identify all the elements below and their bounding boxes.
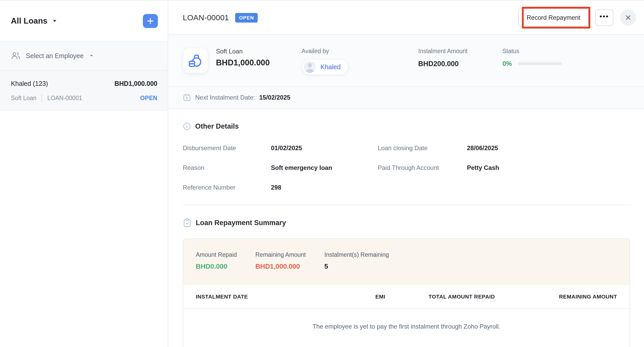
field-label: Reason — [183, 164, 271, 171]
repayment-summary-heading: Loan Repayment Summary — [183, 218, 630, 227]
instalments-table-header: INSTALMENT DATE EMI TOTAL AMOUNT REPAID … — [183, 285, 629, 309]
other-details-heading: Other Details — [183, 122, 630, 130]
column-header: REMAINING AMOUNT — [495, 294, 617, 300]
divider — [41, 94, 42, 102]
status-progress-bar — [518, 62, 562, 65]
stat-value: BHD0.000 — [196, 262, 255, 270]
chevron-down-icon — [90, 55, 93, 57]
column-header: INSTALMENT DATE — [196, 294, 322, 300]
field-label: Loan closing Date — [378, 144, 467, 152]
select-employee-label: Select an Employee — [26, 52, 83, 60]
employee-chip[interactable]: Khaled — [302, 59, 348, 75]
plus-icon — [146, 17, 155, 25]
add-loan-button[interactable] — [143, 14, 158, 28]
field-value: 298 — [271, 184, 378, 191]
stat-value: BHD1,000.000 — [255, 262, 324, 270]
next-instalment-date: 15/02/2025 — [259, 94, 290, 101]
field-value: Petty Cash — [467, 164, 630, 171]
other-details-grid: Disbursement Date 01/02/2025 Loan closin… — [183, 144, 630, 191]
availed-by-label: Availed by — [302, 48, 418, 55]
next-instalment-label: Next Instalment Date: — [195, 94, 255, 101]
loan-item-amount: BHD1,000.000 — [115, 80, 157, 87]
status-badge: OPEN — [235, 13, 258, 23]
loan-item-type: Soft Loan — [11, 95, 36, 102]
avatar — [304, 61, 316, 73]
close-icon — [625, 14, 632, 21]
section-title: Other Details — [195, 122, 239, 130]
loan-summary-hero: Soft Loan BHD1,000.000 Availed by Khaled… — [169, 35, 644, 109]
section-title: Loan Repayment Summary — [196, 219, 286, 227]
stat-value: 5 — [324, 262, 389, 270]
calendar-next-icon — [183, 93, 191, 102]
ellipsis-icon: ••• — [600, 12, 609, 20]
field-value: 28/06/2025 — [467, 144, 630, 152]
loans-sidebar: All Loans Select an Employee Khaled (123… — [0, 1, 168, 347]
record-repayment-button[interactable]: Record Repayment — [518, 9, 589, 27]
instalment-amount-label: Instalment Amount — [418, 48, 502, 55]
field-label: Reference Number — [183, 184, 271, 191]
loan-type-label: Soft Loan — [216, 48, 302, 55]
loan-amount: BHD1,000.000 — [216, 58, 302, 67]
info-icon — [183, 122, 191, 130]
repayment-stats: Amount Repaid BHD0.000 Remaining Amount … — [183, 239, 629, 285]
chevron-down-icon — [53, 20, 56, 22]
stat-remaining-amount: Remaining Amount BHD1,000.000 — [255, 251, 324, 270]
record-repayment-label: Record Repayment — [527, 14, 580, 21]
stat-label: Remaining Amount — [255, 251, 324, 258]
repayment-summary-card: Amount Repaid BHD0.000 Remaining Amount … — [183, 238, 630, 347]
clipboard-check-icon — [183, 218, 192, 227]
loan-item-employee: Khaled (123) — [11, 80, 48, 87]
column-header: EMI — [322, 294, 386, 300]
field-value: 01/02/2025 — [271, 144, 378, 152]
loan-type-icon-card — [183, 48, 208, 73]
field-label: Paid Through Account — [378, 164, 467, 171]
stat-instalments-remaining: Instalment(s) Remaining 5 — [324, 251, 389, 270]
status-label: Status — [502, 48, 634, 55]
employee-name-link: Khaled — [320, 63, 341, 71]
next-instalment-row: Next Instalment Date: 15/02/2025 — [169, 86, 644, 109]
loan-detail-panel: LOAN-00001 OPEN Record Repayment ••• — [169, 1, 644, 347]
loan-item-number: LOAN-00001 — [47, 95, 82, 102]
stat-label: Instalment(s) Remaining — [324, 251, 389, 258]
loan-item-status: OPEN — [140, 95, 157, 102]
employees-icon — [11, 51, 20, 60]
progress-percent: 0% — [502, 60, 512, 67]
field-label: Disbursement Date — [183, 144, 271, 152]
detail-header: LOAN-00001 OPEN Record Repayment ••• — [169, 1, 644, 35]
close-button[interactable] — [620, 10, 636, 26]
sidebar-header: All Loans — [0, 1, 168, 41]
stat-label: Amount Repaid — [196, 251, 255, 258]
field-value: Soft emergency loan — [271, 164, 378, 171]
money-bag-icon — [188, 53, 203, 68]
empty-state-message: The employee is yet to pay the first ins… — [183, 309, 629, 347]
instalment-amount: BHD200.000 — [418, 60, 502, 68]
loan-list-item[interactable]: Khaled (123) BHD1,000.000 Soft Loan LOAN… — [0, 71, 168, 111]
more-options-button[interactable]: ••• — [595, 9, 613, 26]
column-header: TOTAL AMOUNT REPAID — [385, 294, 495, 300]
sidebar-title: All Loans — [11, 16, 47, 26]
select-employee-dropdown[interactable]: Select an Employee — [0, 41, 168, 71]
stat-amount-repaid: Amount Repaid BHD0.000 — [196, 251, 255, 270]
page-title: LOAN-00001 — [183, 13, 229, 22]
section-divider — [183, 205, 630, 205]
loans-filter-dropdown[interactable]: All Loans — [11, 16, 57, 26]
